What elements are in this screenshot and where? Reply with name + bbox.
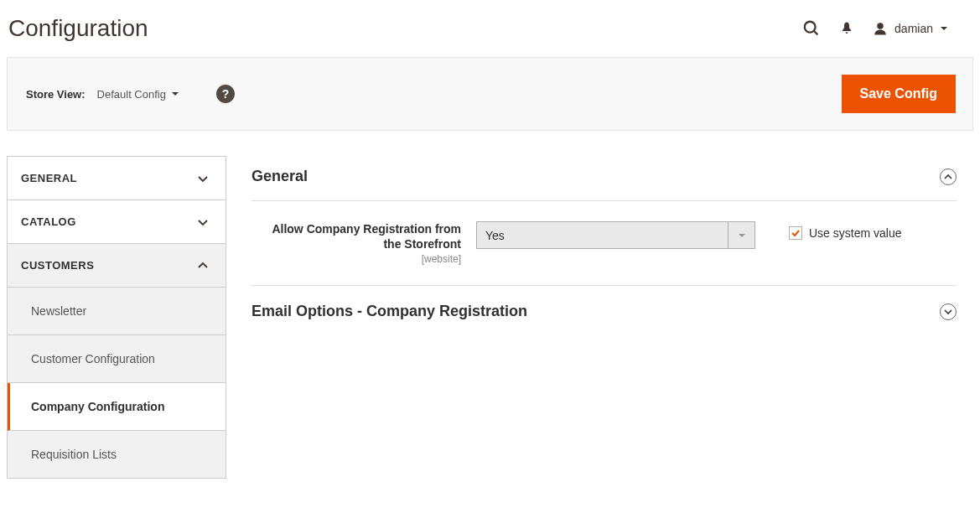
svg-point-0 [805,22,816,33]
config-sidebar: GENERAL CATALOG CUSTOMERS Newsletter Cus… [7,156,226,479]
store-view-value: Default Config [97,88,166,101]
sidebar-section-general[interactable]: GENERAL [8,157,226,200]
save-config-button[interactable]: Save Config [842,75,956,113]
notifications-icon[interactable] [839,20,854,37]
field-label: Allow Company Registration from the Stor… [251,221,461,251]
help-icon[interactable]: ? [216,85,235,103]
user-icon [873,21,888,36]
user-menu[interactable]: damian [873,21,948,36]
section-header-email-options[interactable]: Email Options - Company Registration [251,286,957,335]
page-title: Configuration [8,15,148,42]
chevron-down-icon [728,222,754,248]
sidebar-section-title: CUSTOMERS [21,259,94,272]
sidebar-item-company-config[interactable]: Company Configuration [8,383,226,431]
collapse-icon [940,168,957,185]
sidebar-item-customer-config[interactable]: Customer Configuration [8,335,226,383]
use-system-value-label: Use system value [809,226,901,240]
chevron-down-icon [943,307,953,317]
sidebar-section-catalog[interactable]: CATALOG [8,200,226,244]
chevron-down-icon [197,173,209,184]
svg-point-2 [877,23,884,29]
section-header-general[interactable]: General [251,156,957,201]
chevron-up-icon [197,260,209,272]
section-title: General [251,168,308,185]
store-view-label: Store View: [26,88,86,101]
use-system-value-checkbox[interactable] [789,226,802,240]
chevron-down-icon [171,90,179,98]
field-allow-company-registration: Allow Company Registration from the Stor… [251,201,957,286]
user-name: damian [894,22,933,35]
field-scope: [website] [251,253,461,265]
sidebar-item-newsletter[interactable]: Newsletter [8,288,226,335]
expand-icon [940,303,957,320]
search-icon[interactable] [802,19,821,38]
sidebar-section-title: CATALOG [21,215,76,228]
chevron-down-icon [197,216,209,228]
sidebar-section-customers[interactable]: CUSTOMERS [8,244,226,288]
field-select-value: Yes [477,229,505,242]
sidebar-item-requisition-lists[interactable]: Requisition Lists [8,431,226,479]
section-title: Email Options - Company Registration [251,303,527,320]
svg-line-1 [814,31,818,35]
chevron-up-icon [943,172,953,182]
sidebar-section-title: GENERAL [21,172,77,184]
store-view-selector[interactable]: Default Config [97,88,179,101]
chevron-down-icon [940,24,948,33]
check-icon [791,228,801,238]
field-select-allow-company-registration[interactable]: Yes [476,221,755,249]
